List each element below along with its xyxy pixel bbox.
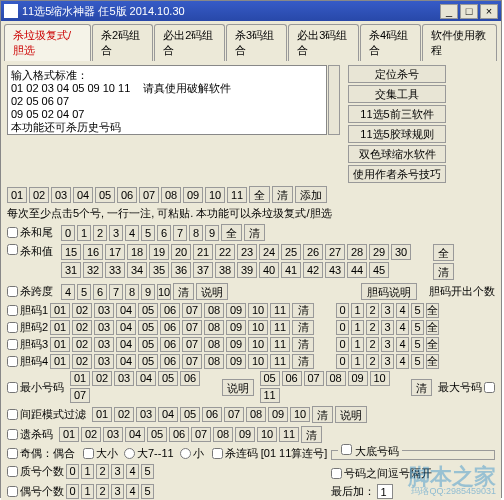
dm0-01[interactable]: 01 xyxy=(50,303,70,318)
zd-06[interactable]: 06 xyxy=(282,371,302,386)
dm0-cnt-3[interactable]: 3 xyxy=(381,303,394,318)
dm3-cnt-4[interactable]: 4 xyxy=(396,354,409,369)
dm0-07[interactable]: 07 xyxy=(182,303,202,318)
dm0-11[interactable]: 11 xyxy=(270,303,290,318)
jg-qing[interactable]: 清 xyxy=(312,406,333,423)
minimize-button[interactable]: _ xyxy=(440,4,458,19)
num-02[interactable]: 02 xyxy=(29,187,49,203)
zd-10[interactable]: 10 xyxy=(370,371,390,386)
zx-07[interactable]: 07 xyxy=(70,388,90,403)
dm2-08[interactable]: 08 xyxy=(204,337,224,352)
hw-6[interactable]: 6 xyxy=(157,225,171,241)
ts-03[interactable]: 03 xyxy=(103,427,123,442)
zd-11[interactable]: 11 xyxy=(260,388,280,403)
dm1-08[interactable]: 08 xyxy=(204,320,224,335)
hz-22[interactable]: 22 xyxy=(215,244,235,260)
dm1-03[interactable]: 03 xyxy=(94,320,114,335)
hz-31[interactable]: 31 xyxy=(61,262,81,278)
dm3-02[interactable]: 02 xyxy=(72,354,92,369)
hz-qing[interactable]: 清 xyxy=(433,263,454,280)
zh0-3[interactable]: 3 xyxy=(111,464,124,479)
num-10[interactable]: 10 xyxy=(205,187,225,203)
tab-6[interactable]: 软件使用教程 xyxy=(422,24,497,61)
hz-21[interactable]: 21 xyxy=(193,244,213,260)
dm0-09[interactable]: 09 xyxy=(226,303,246,318)
side-btn-0[interactable]: 定位杀号 xyxy=(348,65,446,83)
dm1-cnt-quan[interactable]: 全 xyxy=(426,320,439,335)
hz-40[interactable]: 40 xyxy=(259,262,279,278)
kd-10[interactable]: 10 xyxy=(157,284,171,300)
hw-9[interactable]: 9 xyxy=(205,225,219,241)
side-btn-2[interactable]: 11选5前三软件 xyxy=(348,105,446,123)
zh0-2[interactable]: 2 xyxy=(96,464,109,479)
hz-45[interactable]: 45 xyxy=(369,262,389,278)
daxiao-checkbox[interactable] xyxy=(83,448,94,459)
ts-08[interactable]: 08 xyxy=(213,427,233,442)
hz-19[interactable]: 19 xyxy=(149,244,169,260)
hz-25[interactable]: 25 xyxy=(281,244,301,260)
num-08[interactable]: 08 xyxy=(161,187,181,203)
dm3-08[interactable]: 08 xyxy=(204,354,224,369)
dm2-11[interactable]: 11 xyxy=(270,337,290,352)
side-btn-3[interactable]: 11选5胶球规则 xyxy=(348,125,446,143)
kd-9[interactable]: 9 xyxy=(141,284,155,300)
num-07[interactable]: 07 xyxy=(139,187,159,203)
dm2-cnt-1[interactable]: 1 xyxy=(351,337,364,352)
hewei-checkbox[interactable] xyxy=(7,227,18,238)
zd-07[interactable]: 07 xyxy=(304,371,324,386)
jg-01[interactable]: 01 xyxy=(92,407,112,422)
side-btn-4[interactable]: 双色球缩水软件 xyxy=(348,145,446,163)
dm2-06[interactable]: 06 xyxy=(160,337,180,352)
dm0-cnt-4[interactable]: 4 xyxy=(396,303,409,318)
dm3-checkbox[interactable] xyxy=(7,356,18,367)
hz-26[interactable]: 26 xyxy=(303,244,323,260)
jg-04[interactable]: 04 xyxy=(158,407,178,422)
hz-37[interactable]: 37 xyxy=(193,262,213,278)
dm2-cnt-quan[interactable]: 全 xyxy=(426,337,439,352)
jiou-checkbox[interactable] xyxy=(7,448,18,459)
dm1-qing[interactable]: 清 xyxy=(292,320,314,335)
dm2-cnt-3[interactable]: 3 xyxy=(381,337,394,352)
hw-1[interactable]: 1 xyxy=(77,225,91,241)
zuihou-input[interactable] xyxy=(377,484,393,499)
hw-0[interactable]: 0 xyxy=(61,225,75,241)
jg-07[interactable]: 07 xyxy=(224,407,244,422)
ts-05[interactable]: 05 xyxy=(147,427,167,442)
dm3-10[interactable]: 10 xyxy=(248,354,268,369)
zuixiao-checkbox[interactable] xyxy=(7,382,18,393)
ts-07[interactable]: 07 xyxy=(191,427,211,442)
haoma-checkbox[interactable] xyxy=(331,468,342,479)
ts-qing[interactable]: 清 xyxy=(301,426,322,443)
dm1-05[interactable]: 05 xyxy=(138,320,158,335)
dm0-08[interactable]: 08 xyxy=(204,303,224,318)
hz-24[interactable]: 24 xyxy=(259,244,279,260)
zh1-checkbox[interactable] xyxy=(7,486,18,497)
dm1-04[interactable]: 04 xyxy=(116,320,136,335)
dm2-cnt-0[interactable]: 0 xyxy=(336,337,349,352)
hz-17[interactable]: 17 xyxy=(105,244,125,260)
ts-02[interactable]: 02 xyxy=(81,427,101,442)
dm3-qing[interactable]: 清 xyxy=(292,354,314,369)
add-button[interactable]: 添加 xyxy=(295,186,327,203)
dm0-03[interactable]: 03 xyxy=(94,303,114,318)
hw-8[interactable]: 8 xyxy=(189,225,203,241)
tab-1[interactable]: 杀2码组合 xyxy=(92,24,153,61)
dm2-04[interactable]: 04 xyxy=(116,337,136,352)
dm1-cnt-2[interactable]: 2 xyxy=(366,320,379,335)
dm2-10[interactable]: 10 xyxy=(248,337,268,352)
zx-shuoming[interactable]: 说明 xyxy=(222,379,254,396)
close-button[interactable]: × xyxy=(480,4,498,19)
tab-3[interactable]: 杀3码组合 xyxy=(226,24,287,61)
dm3-cnt-3[interactable]: 3 xyxy=(381,354,394,369)
dm-shuoming-btn[interactable]: 胆码说明 xyxy=(361,283,417,300)
tab-0[interactable]: 杀垃圾复式/胆选 xyxy=(4,24,91,61)
hz-23[interactable]: 23 xyxy=(237,244,257,260)
zd-qing[interactable]: 清 xyxy=(411,379,432,396)
hz-43[interactable]: 43 xyxy=(325,262,345,278)
kuadu-checkbox[interactable] xyxy=(7,286,18,297)
dm0-06[interactable]: 06 xyxy=(160,303,180,318)
kd-5[interactable]: 5 xyxy=(77,284,91,300)
side-btn-1[interactable]: 交集工具 xyxy=(348,85,446,103)
dm2-02[interactable]: 02 xyxy=(72,337,92,352)
da-radio[interactable] xyxy=(124,448,135,459)
